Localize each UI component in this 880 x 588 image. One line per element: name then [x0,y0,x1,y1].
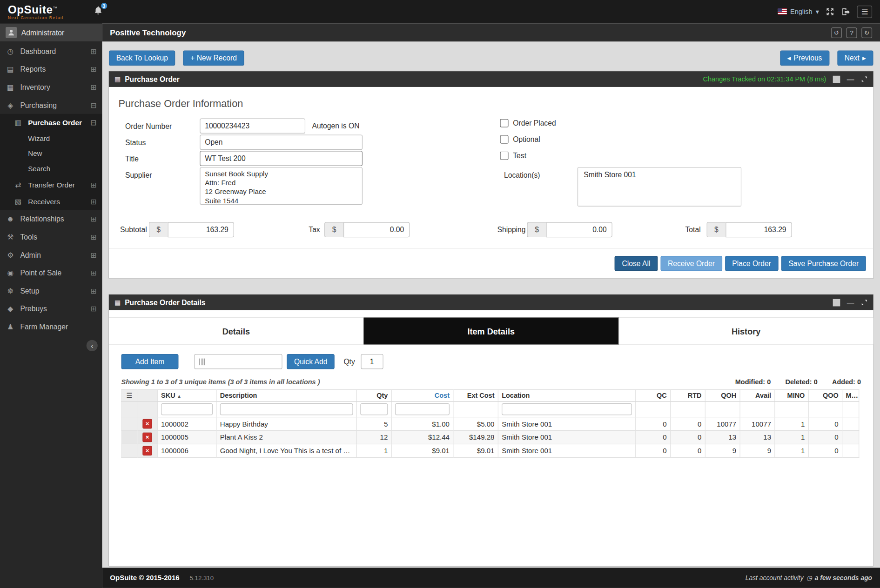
sku-filter-input[interactable] [161,403,213,415]
save-purchase-order-button[interactable]: Save Purchase Order [781,256,866,271]
test-checkbox[interactable] [500,152,509,160]
description-filter-input[interactable] [220,403,353,415]
expand-icon[interactable]: ⊞ [90,304,96,313]
expand-icon[interactable]: ⊞ [90,65,96,73]
shipping-field[interactable] [546,222,612,238]
menu-button[interactable]: ☰ [857,6,872,18]
status-field[interactable] [200,134,363,150]
tab-details[interactable]: Details [109,318,364,345]
record-actions: Back To Lookup + New Record ◂Previous Ne… [109,51,873,66]
panel-maximize-button[interactable] [861,299,867,306]
sidebar-item-dashboard[interactable]: ◷ Dashboard ⊞ [0,42,102,60]
expand-icon[interactable]: ⊞ [90,233,96,241]
barcode-input[interactable] [194,354,282,369]
qty-filter-input[interactable] [360,403,388,415]
qoh-column-header[interactable]: QOH [705,390,740,401]
expand-icon[interactable]: ⊞ [90,180,96,189]
sidebar-item-inventory[interactable]: ▦ Inventory ⊞ [0,78,102,96]
location-filter-input[interactable] [502,403,632,415]
new-record-button[interactable]: + New Record [183,51,244,66]
panel-maximize-button[interactable] [861,76,867,82]
optional-checkbox[interactable] [500,135,509,144]
history-button[interactable]: ↺ [831,27,842,38]
panel-minimize-button[interactable]: — [847,75,854,83]
qty-input[interactable] [361,354,383,369]
title-field[interactable] [200,151,363,166]
signout-button[interactable] [841,7,850,16]
fullscreen-button[interactable] [826,7,835,16]
sidebar-item-new[interactable]: New [0,146,102,161]
order-number-field[interactable] [200,118,305,134]
expand-icon[interactable]: ⊞ [90,214,96,223]
sidebar-item-purchase-order[interactable]: ▥ Purchase Order ⊟ [0,114,102,131]
sidebar-item-reports[interactable]: ▤ Reports ⊞ [0,60,102,78]
delete-item-button[interactable]: × [142,433,152,442]
order-placed-checkbox[interactable] [500,119,509,127]
tab-history[interactable]: History [619,318,873,345]
avail-column-header[interactable]: Avail [740,390,775,401]
sidebar-item-farm-manager[interactable]: ♟ Farm Manager [0,318,102,336]
collapse-section-icon[interactable]: ⊟ [90,100,96,109]
sidebar-item-wizard[interactable]: Wizard [0,131,102,146]
expand-icon[interactable]: ⊞ [90,268,96,277]
cost-column-header[interactable]: Cost [391,390,453,401]
sidebar-item-purchasing[interactable]: ◈ Purchasing ⊟ [0,96,102,114]
supplier-field[interactable]: Sunset Book Supply Attn: Fred 12 Greenwa… [200,167,363,205]
location-option[interactable]: Smith Store 001 [584,171,636,179]
description-column-header[interactable]: Description [216,390,356,401]
panel-minimize-button[interactable]: — [847,298,854,307]
tax-field[interactable] [343,222,410,238]
qc-column-header[interactable]: QC [636,390,671,401]
language-label: English [790,8,812,16]
expand-icon[interactable]: ⊞ [90,250,96,259]
add-item-button[interactable]: Add Item [121,354,178,369]
locations-listbox[interactable]: Smith Store 001 [578,167,741,206]
sidebar-item-setup[interactable]: ☸ Setup ⊞ [0,281,102,300]
place-order-button[interactable]: Place Order [725,256,779,271]
collapse-section-icon[interactable]: ⊟ [90,118,96,127]
sidebar-item-receivers[interactable]: ▧ Receivers ⊞ [0,193,102,210]
back-to-lookup-button[interactable]: Back To Lookup [109,51,175,66]
ext-cost-column-header[interactable]: Ext Cost [453,390,498,401]
rtd-column-header[interactable]: RTD [671,390,705,401]
panel-popout-button[interactable] [833,75,840,83]
sidebar-item-admin[interactable]: ⚙ Admin ⊞ [0,246,102,264]
sidebar-item-relationships[interactable]: ☻ Relationships ⊞ [0,210,102,228]
min-column-header[interactable]: MIN [842,390,859,401]
refresh-button[interactable]: ↻ [861,27,872,38]
panel-popout-button[interactable] [833,299,840,306]
qoo-column-header[interactable]: QOO [808,390,842,401]
notifications-button[interactable]: 3 [93,6,103,18]
expand-icon[interactable]: ⊞ [90,83,96,91]
receive-order-button[interactable]: Receive Order [660,256,722,271]
cost-filter-input[interactable] [395,403,450,415]
sidebar-item-point-of-sale[interactable]: ◉ Point of Sale ⊞ [0,264,102,282]
expand-icon[interactable]: ⊞ [90,47,96,55]
location-column-header[interactable]: Location [498,390,635,401]
tab-item-details[interactable]: Item Details [364,318,619,345]
user-panel[interactable]: Administrator [0,24,102,42]
language-selector[interactable]: English ▾ [778,8,820,16]
sku-column-header[interactable]: SKU▲ [157,390,216,401]
sidebar-item-tools[interactable]: ⚒ Tools ⊞ [0,228,102,246]
next-button[interactable]: Next▸ [837,51,873,66]
previous-button[interactable]: ◂Previous [780,51,829,66]
delete-item-button[interactable]: × [142,446,152,456]
expand-icon[interactable]: ⊞ [90,287,96,295]
mino-column-header[interactable]: MINO [775,390,808,401]
quick-add-button[interactable]: Quick Add [287,354,335,369]
subtotal-field[interactable] [168,222,234,238]
column-menu-icon[interactable]: ☰ [126,392,132,400]
help-button[interactable]: ? [846,27,857,38]
sidebar-collapse-button[interactable]: ‹ [87,340,98,351]
expand-icon[interactable]: ⊞ [90,197,96,206]
sidebar-item-search[interactable]: Search [0,161,102,176]
sidebar-item-transfer-order[interactable]: ⇄ Transfer Order ⊞ [0,176,102,193]
total-field[interactable] [725,222,792,238]
opsuite-logo[interactable]: OpSuite™ Next Generation Retail [8,4,64,20]
qty-column-header[interactable]: Qty [356,390,391,401]
sidebar-item-prebuys[interactable]: ◆ Prebuys ⊞ [0,300,102,318]
close-all-button[interactable]: Close All [615,256,658,271]
delete-item-button[interactable]: × [142,419,152,429]
filter-row [121,401,859,417]
